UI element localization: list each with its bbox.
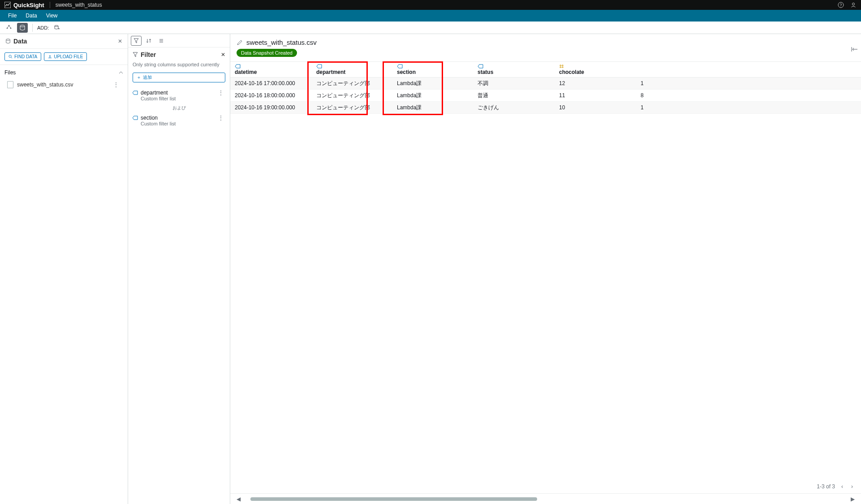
app-logo[interactable]: QuickSight (4, 2, 44, 9)
filter-icon (133, 52, 138, 57)
menu-view[interactable]: View (42, 13, 62, 19)
scroll-left-icon[interactable]: ◀ (235, 496, 242, 502)
filter-sub: Custom filter list (141, 121, 216, 126)
cell-datetime: 2024-10-16 19:00:00.000 (230, 104, 312, 111)
cell-department: コンピューティング部 (312, 104, 392, 112)
file-kebab-menu[interactable]: ⋮ (112, 82, 121, 88)
cell-chocolate: 10 (555, 104, 636, 111)
cell-datetime: 2024-10-16 17:00:00.000 (230, 80, 312, 86)
cell-section: Lambda課 (392, 92, 473, 99)
column-header-status[interactable]: status (473, 62, 555, 77)
hscroll-thumb[interactable] (250, 497, 537, 501)
menu-bar: File Data View (0, 10, 861, 22)
user-icon[interactable] (850, 2, 857, 8)
pager: 1-3 of 3 ‹ › (817, 483, 855, 490)
app-name: QuickSight (13, 2, 44, 9)
cell-status: 普通 (473, 92, 555, 99)
add-label: ADD: (37, 25, 49, 30)
string-type-icon (316, 64, 387, 69)
pencil-icon[interactable] (237, 39, 243, 46)
quicksight-icon (4, 2, 11, 8)
svg-point-6 (10, 27, 12, 29)
cell-section: Lambda課 (392, 80, 473, 87)
search-icon (9, 55, 13, 59)
menu-data[interactable]: Data (21, 13, 41, 19)
collapse-right-icon[interactable] (851, 47, 858, 52)
content-area: sweets_with_status.csv Data Snapshot Cre… (230, 34, 861, 504)
file-item[interactable]: sweets_with_status.csv ⋮ (4, 78, 123, 92)
svg-point-3 (852, 3, 855, 5)
filter-note: Only string columns supported currently (128, 62, 230, 71)
file-name: sweets_with_status.csv (17, 82, 108, 88)
cell-chocolate: 11 (555, 92, 636, 99)
cell-extra: 1 (636, 104, 645, 111)
sort-mode-button[interactable] (143, 36, 154, 46)
add-filter-button[interactable]: ＋ 追加 (133, 73, 225, 82)
filter-kebab-menu[interactable]: ⋮ (216, 90, 225, 96)
cell-status: 不調 (473, 80, 555, 87)
snapshot-badge: Data Snapshot Created (237, 49, 297, 57)
pager-next-icon[interactable]: › (849, 483, 855, 490)
table-row[interactable]: 2024-10-16 17:00:00.000コンピューティング部Lambda課… (230, 78, 861, 90)
filter-panel: Filter ✕ Only string columns supported c… (128, 34, 230, 504)
plus-icon: ＋ (137, 74, 141, 81)
document-name: sweets_with_status (56, 2, 102, 8)
svg-point-8 (55, 25, 58, 26)
close-filter-panel[interactable]: ✕ (221, 52, 225, 58)
close-data-panel[interactable]: ✕ (118, 38, 122, 44)
menu-file[interactable]: File (4, 13, 21, 19)
table-hscroll: ◀ ▶ (230, 493, 861, 504)
upload-file-button[interactable]: UPLOAD FILE (44, 52, 87, 61)
cell-status: ごきげん (473, 104, 555, 112)
svg-point-7 (20, 25, 25, 27)
number-type-icon (559, 64, 631, 69)
data-table: datetime department section status (230, 61, 861, 114)
svg-point-10 (9, 55, 11, 57)
scroll-right-icon[interactable]: ▶ (849, 496, 857, 502)
filter-panel-title: Filter (141, 51, 218, 58)
cell-chocolate: 12 (555, 80, 636, 86)
tree-view-button[interactable] (4, 23, 14, 33)
column-header-section[interactable]: section (392, 62, 473, 77)
database-icon (5, 39, 11, 44)
filter-item-section[interactable]: section Custom filter list ⋮ (128, 112, 230, 129)
pager-prev-icon[interactable]: ‹ (839, 483, 845, 490)
data-view-button[interactable] (17, 23, 28, 33)
content-title: sweets_with_status.csv (246, 39, 317, 46)
column-header-chocolate[interactable]: chocolate (555, 62, 636, 77)
hscroll-track[interactable] (250, 497, 537, 501)
cell-department: コンピューティング部 (312, 80, 392, 87)
column-header-extra[interactable] (636, 62, 646, 77)
table-row[interactable]: 2024-10-16 18:00:00.000コンピューティング部Lambda課… (230, 90, 861, 102)
svg-point-4 (9, 25, 10, 26)
table-row[interactable]: 2024-10-16 19:00:00.000コンピューティング部Lambda課… (230, 102, 861, 114)
filter-mode-button[interactable] (131, 36, 142, 46)
filter-name: section (141, 115, 216, 121)
help-icon[interactable]: ? (838, 2, 844, 8)
filter-name: department (141, 90, 216, 96)
filter-sub: Custom filter list (141, 96, 216, 101)
cell-extra: 1 (636, 80, 645, 86)
svg-text:?: ? (839, 3, 842, 7)
toolbar: ADD: (0, 22, 861, 34)
filter-kebab-menu[interactable]: ⋮ (216, 115, 225, 121)
upload-icon (48, 55, 52, 59)
string-type-icon (478, 64, 550, 69)
add-dataset-button[interactable] (52, 23, 62, 33)
svg-point-9 (6, 39, 10, 40)
column-header-datetime[interactable]: datetime (230, 62, 312, 77)
cell-department: コンピューティング部 (312, 92, 392, 99)
pager-text: 1-3 of 3 (817, 483, 835, 490)
app-topbar: QuickSight sweets_with_status ? (0, 0, 861, 10)
column-header-department[interactable]: department (312, 62, 392, 77)
filter-item-department[interactable]: department Custom filter list ⋮ (128, 87, 230, 104)
find-data-button[interactable]: FIND DATA (4, 52, 41, 61)
add-filter-label: 追加 (143, 74, 152, 81)
svg-point-5 (7, 27, 8, 29)
upload-file-label: UPLOAD FILE (54, 54, 83, 59)
data-panel: Data ✕ FIND DATA UPLOAD FILE Files (0, 34, 128, 504)
files-section-label: Files (4, 69, 16, 76)
find-data-label: FIND DATA (14, 54, 37, 59)
collapse-files-icon[interactable] (119, 71, 123, 74)
list-mode-button[interactable] (156, 36, 167, 46)
